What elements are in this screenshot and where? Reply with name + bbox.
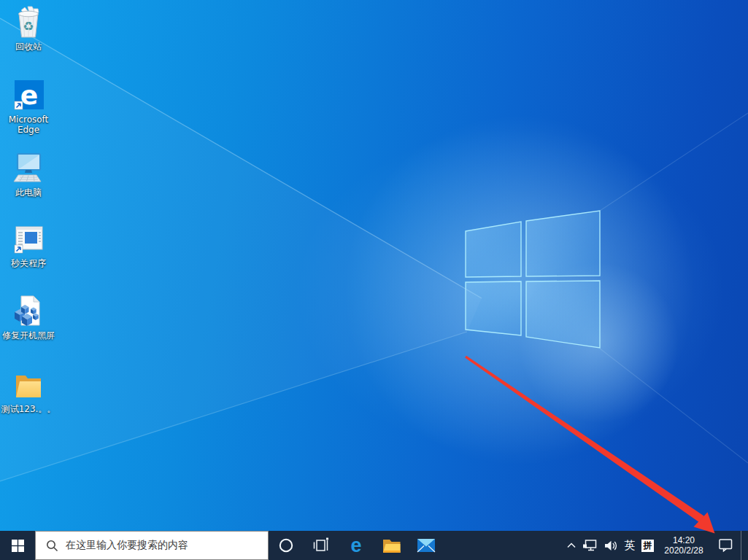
network-button[interactable] <box>579 531 600 560</box>
program-window-icon <box>11 221 46 256</box>
edge-icon: e <box>346 535 366 556</box>
this-pc-icon <box>11 150 46 185</box>
edge-icon: e <box>11 77 46 112</box>
recycle-glyph: ♻ <box>23 19 34 34</box>
light-beam <box>0 18 482 481</box>
recycle-bin-icon: ♻ <box>11 4 46 39</box>
start-button[interactable] <box>0 531 35 560</box>
file-explorer-button[interactable] <box>374 531 409 560</box>
show-desktop-button[interactable] <box>741 531 748 560</box>
mail-button[interactable] <box>409 531 444 560</box>
desktop-icon-quick-close-program[interactable]: 秒关程序 <box>1 221 56 268</box>
task-view-button[interactable] <box>304 531 339 560</box>
chevron-up-icon <box>567 542 576 548</box>
tray-time: 14:20 <box>658 535 710 545</box>
search-placeholder: 在这里输入你要搜索的内容 <box>66 539 188 552</box>
mail-icon <box>417 538 436 553</box>
cortana-button[interactable] <box>269 531 304 560</box>
windows-logo <box>466 211 600 348</box>
shortcut-arrow-icon <box>15 245 23 253</box>
edge-taskbar-button[interactable]: e <box>339 531 374 560</box>
icon-label: 此电脑 <box>1 187 56 198</box>
speaker-icon <box>605 540 617 551</box>
wallpaper-light-rays-and-logo <box>0 0 748 560</box>
shortcut-arrow-icon <box>15 101 23 109</box>
volume-button[interactable] <box>600 531 622 560</box>
ime-mode-indicator[interactable]: 拼 <box>638 531 658 560</box>
task-view-icon <box>312 537 330 553</box>
language-indicator[interactable]: 英 <box>622 531 638 560</box>
ethernet-icon <box>583 540 597 551</box>
action-center-button[interactable] <box>710 531 741 560</box>
svg-text:e: e <box>350 535 361 556</box>
windows-start-icon <box>12 540 24 552</box>
icon-label: Microsoft Edge <box>1 114 56 135</box>
cortana-icon <box>278 537 294 553</box>
action-center-icon <box>719 539 733 552</box>
tray-overflow-button[interactable] <box>563 531 579 560</box>
annotation-arrow <box>0 0 748 560</box>
desktop-icon-test-folder[interactable]: 测试123.。。 <box>1 367 56 414</box>
clock[interactable]: 14:20 2020/2/28 <box>658 531 710 560</box>
icon-label: 秒关程序 <box>1 258 56 268</box>
edge-glyph: e <box>20 80 38 110</box>
icon-label: 测试123.。。 <box>1 404 56 414</box>
taskbar-search-input[interactable]: 在这里输入你要搜索的内容 <box>35 531 269 560</box>
desktop-icon-microsoft-edge[interactable]: e Microsoft Edge <box>1 77 56 135</box>
ime-pinyin-badge: 拼 <box>641 540 654 552</box>
folder-icon <box>11 367 46 402</box>
taskbar: 在这里输入你要搜索的内容 e <box>0 531 748 560</box>
search-icon <box>46 540 58 552</box>
desktop-background[interactable]: ♻ 回收站 e Microsoft Edge 此电脑 <box>0 0 748 560</box>
tray-date: 2020/2/28 <box>658 545 710 556</box>
file-explorer-icon <box>382 537 401 554</box>
desktop-icon-recycle-bin[interactable]: ♻ 回收站 <box>1 4 56 52</box>
icon-label: 修复开机黑屏 <box>1 330 56 341</box>
desktop-icon-fix-boot-black-screen[interactable]: 修复开机黑屏 <box>1 293 56 341</box>
desktop-icon-this-pc[interactable]: 此电脑 <box>1 150 56 198</box>
registry-file-icon <box>11 293 46 328</box>
icon-label: 回收站 <box>1 42 56 52</box>
system-tray: 英 拼 14:20 2020/2/28 <box>563 531 748 560</box>
